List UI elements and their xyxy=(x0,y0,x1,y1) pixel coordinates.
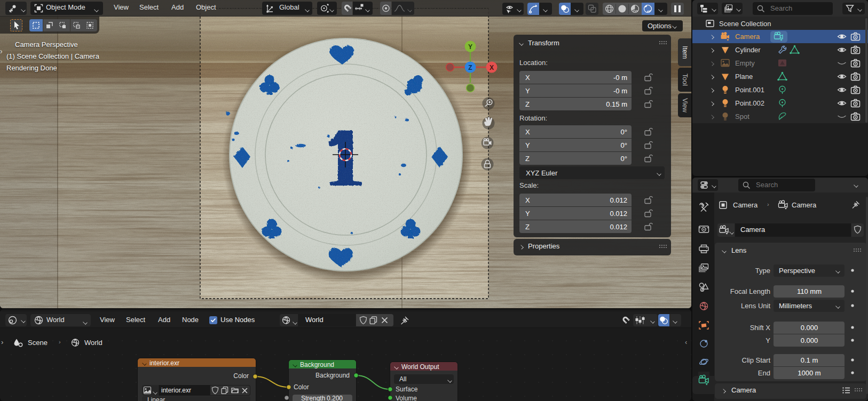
svg-text:Z: Z xyxy=(468,64,472,71)
svg-text:Y: Y xyxy=(468,43,472,51)
svg-text:X: X xyxy=(490,64,494,71)
